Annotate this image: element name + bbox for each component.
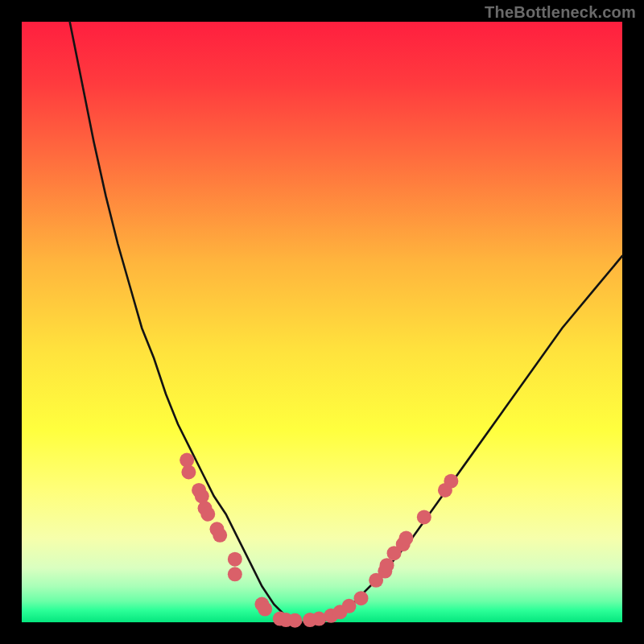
data-marker [228,552,242,567]
data-marker [353,591,368,605]
data-marker [228,567,242,581]
data-marker [181,465,196,480]
data-marker [287,613,302,628]
data-marker [398,531,413,546]
data-marker [417,510,431,524]
data-marker [200,507,215,522]
watermark-text: TheBottleneck.com [485,3,636,22]
data-marker [213,528,227,543]
data-marker [258,602,272,617]
bottleneck-curve [70,22,622,622]
data-marker [444,474,458,489]
data-marker [380,558,394,572]
marker-layer [180,453,458,628]
chart-svg [22,22,622,622]
data-marker [342,599,357,613]
